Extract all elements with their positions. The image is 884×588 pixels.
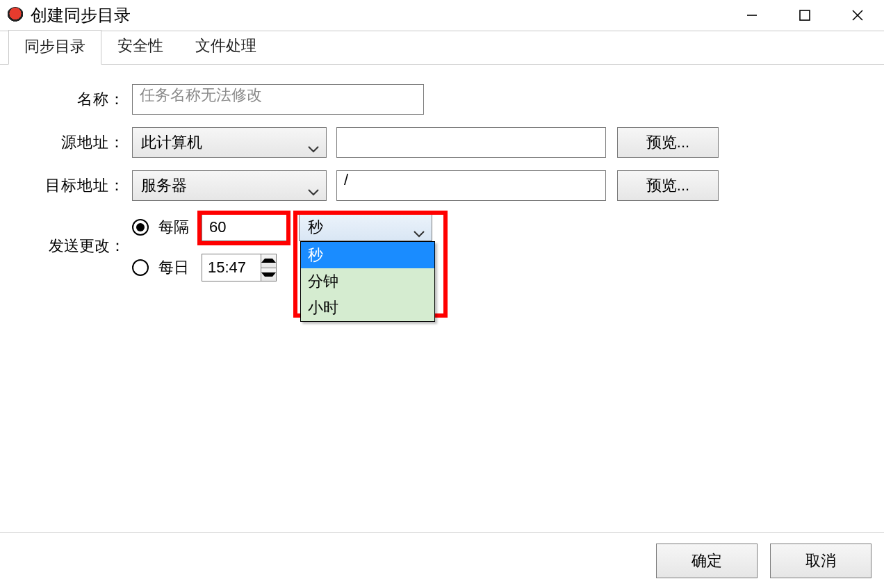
interval-unit-value: 秒: [308, 217, 323, 238]
time-spin-up[interactable]: [261, 254, 276, 268]
source-combo[interactable]: 此计算机: [132, 127, 327, 158]
target-path-input[interactable]: /: [336, 170, 606, 201]
unit-option-minutes[interactable]: 分钟: [301, 268, 434, 295]
chevron-down-icon: [414, 224, 425, 231]
target-label: 目标地址：: [14, 175, 132, 196]
source-combo-value: 此计算机: [141, 132, 202, 153]
tab-file-handle[interactable]: 文件处理: [179, 29, 272, 64]
schedule-label: 发送更改：: [14, 213, 132, 256]
interval-radio-label: 每隔: [158, 217, 192, 238]
chevron-down-icon: [308, 182, 319, 189]
form-body: 名称： 任务名称无法修改 源地址： 此计算机 预览... 目标地址： 服务器 /…: [0, 65, 884, 532]
name-input[interactable]: 任务名称无法修改: [132, 84, 424, 115]
interval-radio[interactable]: [132, 219, 149, 236]
target-combo-value: 服务器: [141, 175, 187, 196]
name-label: 名称：: [14, 89, 132, 110]
interval-value-input[interactable]: 60: [202, 213, 289, 241]
tab-bar: 同步目录 安全性 文件处理: [0, 31, 884, 65]
tab-sync-dir[interactable]: 同步目录: [8, 30, 101, 65]
ok-button[interactable]: 确定: [656, 544, 758, 578]
interval-unit-combo[interactable]: 秒: [299, 213, 432, 241]
daily-time-spinner[interactable]: 15:47: [202, 254, 277, 281]
dialog-footer: 确定 取消: [0, 532, 884, 588]
window-title: 创建同步目录: [31, 4, 131, 26]
daily-radio-label: 每日: [158, 257, 192, 278]
app-icon: [7, 7, 24, 24]
daily-time-value: 15:47: [202, 254, 261, 281]
time-spin-down[interactable]: [261, 268, 276, 281]
source-path-input[interactable]: [336, 127, 606, 158]
maximize-button[interactable]: [778, 0, 831, 31]
tab-security[interactable]: 安全性: [101, 29, 179, 64]
minimize-button[interactable]: [726, 0, 778, 31]
close-button[interactable]: [831, 0, 884, 31]
interval-unit-dropdown-list: 秒 分钟 小时: [300, 241, 435, 322]
title-bar: 创建同步目录: [0, 0, 884, 31]
daily-radio[interactable]: [132, 259, 149, 276]
chevron-down-icon: [308, 139, 319, 146]
unit-option-hours[interactable]: 小时: [301, 295, 434, 321]
source-browse-button[interactable]: 预览...: [617, 127, 719, 158]
svg-rect-1: [800, 10, 810, 20]
target-browse-button[interactable]: 预览...: [617, 170, 719, 201]
source-label: 源地址：: [14, 132, 132, 153]
cancel-button[interactable]: 取消: [770, 544, 871, 578]
unit-option-seconds[interactable]: 秒: [301, 242, 434, 268]
target-combo[interactable]: 服务器: [132, 170, 327, 201]
